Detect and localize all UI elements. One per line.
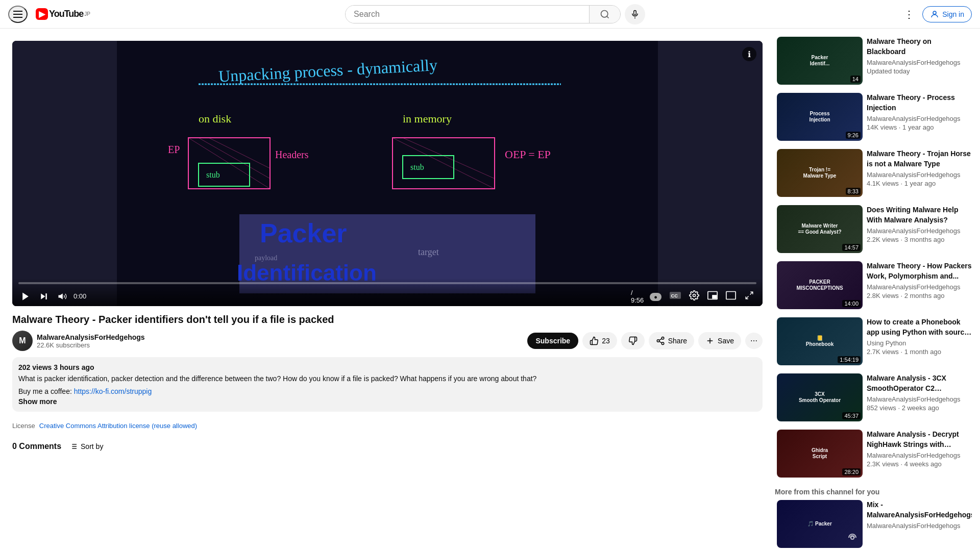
thumb-container-mix: 🎵 Packer: [777, 500, 863, 548]
sign-in-label: Sign in: [942, 10, 964, 18]
duration-badge-phonebook: 1:54:19: [838, 356, 861, 363]
sort-by-button[interactable]: Sort by: [69, 442, 103, 450]
gear-icon: [689, 290, 699, 300]
sidebar-channel-blackboard: MalwareAnalysisForHedgehogs: [867, 59, 972, 66]
video-controls: 0:00 / 9:56 ● CC: [12, 278, 763, 306]
sidebar-item-process-injection[interactable]: ProcessInjection 9:26 Malware Theory - P…: [775, 91, 974, 143]
share-label: Share: [668, 337, 687, 345]
coffee-link[interactable]: https://ko-fi.com/struppig: [74, 387, 152, 395]
search-button[interactable]: [589, 6, 620, 23]
sidebar-item-blackboard[interactable]: PackerIdentif... 14 Malware Theory on Bl…: [775, 35, 974, 87]
video-frame: Unpacking process - dynamically on disk …: [12, 41, 763, 306]
search-input[interactable]: [346, 6, 589, 23]
sidebar-title-phonebook: How to create a Phonebook app using Pyth…: [867, 317, 972, 337]
duration-badge-process: 9:26: [846, 132, 861, 139]
settings-button[interactable]: ⋮: [900, 4, 918, 24]
sidebar-item-phonebook[interactable]: 📒Phonebook 1:54:19 How to create a Phone…: [775, 315, 974, 367]
description-panel: 202 views 3 hours ago What is packer ide…: [12, 357, 763, 412]
sidebar-item-ghidra[interactable]: GhidraScript 28:20 Malware Analysis - De…: [775, 428, 974, 480]
share-button[interactable]: Share: [649, 332, 694, 349]
skip-icon: [39, 291, 49, 302]
thumb-container-blackboard: PackerIdentif... 14: [777, 37, 863, 85]
logo-text: YouTube: [49, 9, 83, 19]
video-info-button[interactable]: ℹ: [742, 47, 756, 61]
channel-subscribers: 22.6K subscribers: [37, 341, 523, 349]
svg-line-44: [659, 341, 662, 343]
time-ago-text: 3 hours ago: [54, 363, 94, 371]
license-link[interactable]: Creative Commons Attribution license (re…: [39, 422, 197, 430]
sidebar-meta-3cx: 852 views · 2 weeks ago: [867, 404, 972, 412]
svg-text:Headers: Headers: [275, 149, 309, 160]
thumb-container-writing: Malware Writer== Good Analyst? 14:57: [777, 205, 863, 253]
content-area: Unpacking process - dynamically on disk …: [0, 29, 775, 551]
volume-icon: [57, 291, 67, 302]
settings-video-button[interactable]: [687, 288, 701, 304]
thumbnail-ghidra: GhidraScript 28:20: [777, 430, 863, 478]
action-buttons: 23 Share: [582, 332, 763, 349]
license-row: License Creative Commons Attribution lic…: [12, 418, 763, 430]
controls-row: 0:00 / 9:56 ● CC: [18, 288, 756, 304]
progress-bar[interactable]: [18, 282, 756, 284]
sidebar-channel-packers: MalwareAnalysisForHedgehogs: [867, 283, 972, 291]
captions-button[interactable]: CC: [668, 289, 683, 303]
thumbnail-writing: Malware Writer== Good Analyst? 14:57: [777, 205, 863, 253]
next-button[interactable]: [37, 289, 51, 304]
sidebar-channel-writing: MalwareAnalysisForHedgehogs: [867, 227, 972, 235]
video-title: Malware Theory - Packer identifiers don'…: [12, 312, 763, 327]
duration-badge-packers: 14:00: [842, 300, 861, 307]
sidebar-meta-ghidra: 2.3K views · 4 weeks ago: [867, 460, 972, 468]
show-more-button[interactable]: Show more: [18, 397, 57, 406]
logo-yt-icon: ▶: [36, 8, 48, 20]
sidebar-item-trojan[interactable]: Trojan !=Malware Type 8:33 Malware Theor…: [775, 147, 974, 199]
youtube-logo[interactable]: ▶ YouTubeJP: [36, 8, 90, 20]
menu-button[interactable]: [8, 6, 28, 23]
svg-point-0: [601, 10, 608, 17]
save-label: Save: [718, 337, 734, 345]
channel-name[interactable]: MalwareAnalysisForHedgehogs: [37, 333, 523, 341]
sidebar-info-process: Malware Theory - Process Injection Malwa…: [867, 93, 972, 141]
sidebar: PackerIdentif... 14 Malware Theory on Bl…: [775, 29, 980, 551]
sidebar-item-mix[interactable]: 🎵 Packer Mix - MalwareAnalysisForHedgeho…: [775, 498, 974, 550]
miniplayer-button[interactable]: [705, 289, 720, 304]
duration-display: / 9:56: [631, 289, 644, 304]
sidebar-item-writing[interactable]: Malware Writer== Good Analyst? 14:57 Doe…: [775, 203, 974, 255]
duration-badge-trojan: 8:33: [846, 188, 861, 195]
save-button[interactable]: Save: [698, 332, 741, 349]
mic-button[interactable]: [625, 4, 645, 24]
miniplayer-icon: [707, 291, 718, 300]
volume-button[interactable]: [55, 289, 69, 304]
svg-text:CC: CC: [671, 293, 678, 298]
subscribe-button[interactable]: Subscribe: [527, 333, 578, 349]
video-player[interactable]: Unpacking process - dynamically on disk …: [12, 41, 763, 306]
sidebar-channel-3cx: MalwareAnalysisForHedgehogs: [867, 395, 972, 403]
thumb-container-phonebook: 📒Phonebook 1:54:19: [777, 317, 863, 365]
svg-line-40: [746, 296, 748, 299]
sidebar-item-3cx[interactable]: 3CXSmooth Operator 45:37 Malware Analysi…: [775, 371, 974, 423]
svg-rect-37: [713, 295, 717, 298]
dislike-button[interactable]: [621, 332, 645, 349]
svg-rect-31: [45, 293, 47, 299]
thumbs-down-icon: [628, 336, 638, 345]
like-count: 23: [602, 337, 610, 345]
theater-button[interactable]: [724, 289, 738, 304]
sidebar-info-trojan: Malware Theory - Trojan Horse is not a M…: [867, 149, 972, 197]
svg-text:Packer: Packer: [260, 218, 347, 248]
channel-info: MalwareAnalysisForHedgehogs 22.6K subscr…: [37, 333, 523, 349]
sign-in-button[interactable]: Sign in: [922, 6, 972, 22]
sidebar-item-packers[interactable]: PACKERMISCONCEPTIONS 14:00 Malware Theor…: [775, 259, 974, 311]
more-actions-button[interactable]: ⋯: [745, 333, 763, 349]
svg-line-1: [607, 16, 609, 18]
sidebar-meta-trojan: 4.1K views · 1 year ago: [867, 180, 972, 187]
like-button[interactable]: 23: [582, 332, 617, 349]
sidebar-title-3cx: Malware Analysis - 3CX SmoothOperator C2…: [867, 373, 972, 393]
person-icon: [930, 10, 939, 19]
sidebar-info-writing: Does Writing Malware Help With Malware A…: [867, 205, 972, 253]
sidebar-info-mix: Mix - MalwareAnalysisForHedgehogs Malwar…: [867, 500, 972, 548]
autoplay-toggle[interactable]: ●: [648, 290, 664, 303]
header-right: ⋮ Sign in: [900, 4, 972, 24]
fullscreen-button[interactable]: [742, 289, 756, 304]
channel-avatar[interactable]: M: [12, 331, 33, 351]
play-pause-button[interactable]: [18, 289, 33, 304]
comments-header: 0 Comments Sort by: [12, 442, 763, 451]
svg-point-43: [662, 342, 664, 345]
